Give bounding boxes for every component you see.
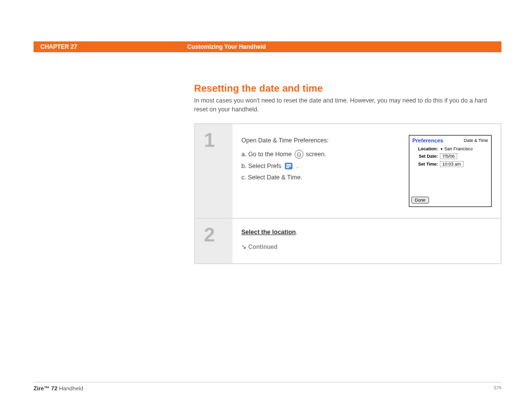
product-name-bold: Zire™ 72 bbox=[33, 385, 58, 391]
device-date-value[interactable]: 7/5/06 bbox=[440, 153, 457, 159]
steps-container: 1 Open Date & Time Preferences: a. Go to… bbox=[194, 123, 501, 264]
step-1b: b. Select Prefs . bbox=[241, 161, 400, 172]
device-pref-label: Preferences bbox=[412, 137, 443, 143]
step-1c: c. Select Date & Time. bbox=[241, 172, 400, 184]
page-footer: Zire™ 72 Handheld 575 bbox=[33, 382, 501, 391]
product-name-rest: Handheld bbox=[58, 385, 83, 391]
device-time-label: Set Time: bbox=[414, 162, 440, 167]
step-1b-prefix: b. Select Prefs bbox=[241, 163, 283, 170]
step-1-number: 1 bbox=[195, 124, 233, 218]
device-location-row: Location: San Francisco bbox=[411, 145, 489, 152]
step-1-instructions: Open Date & Time Preferences: a. Go to t… bbox=[241, 135, 400, 207]
device-location-dropdown[interactable]: San Francisco bbox=[440, 146, 472, 151]
device-time-value[interactable]: 10:03 am bbox=[440, 161, 464, 167]
chapter-title: Customizing Your Handheld bbox=[187, 43, 266, 50]
step-1b-suffix: . bbox=[297, 163, 298, 170]
device-screenshot: Preferences Date & Time Location: San Fr… bbox=[409, 135, 492, 207]
step-2-row: 2 Select the location. ↘Continued bbox=[195, 219, 500, 263]
device-location-label: Location: bbox=[414, 146, 440, 151]
device-category: Date & Time bbox=[464, 138, 488, 143]
step-1a: a. Go to the Home screen. bbox=[241, 149, 400, 161]
step-2-body: Select the location. ↘Continued bbox=[233, 219, 500, 263]
chapter-label: CHAPTER 27 bbox=[33, 43, 187, 50]
continued-arrow-icon: ↘ bbox=[241, 243, 246, 250]
select-location-link[interactable]: Select the location bbox=[241, 229, 296, 236]
device-location-value: San Francisco bbox=[444, 146, 473, 151]
step-2-number: 2 bbox=[195, 219, 233, 263]
page-number: 575 bbox=[494, 385, 501, 391]
step-1a-suffix: screen. bbox=[306, 151, 326, 158]
svg-rect-1 bbox=[286, 164, 291, 165]
step-1a-prefix: a. Go to the Home bbox=[241, 151, 294, 158]
continued-indicator: ↘Continued bbox=[241, 243, 492, 250]
step-1-lead: Open Date & Time Preferences: bbox=[241, 135, 400, 147]
svg-rect-2 bbox=[286, 166, 291, 167]
home-icon bbox=[295, 150, 303, 159]
device-titlebar: Preferences Date & Time bbox=[411, 137, 489, 145]
step-1-body: Open Date & Time Preferences: a. Go to t… bbox=[233, 124, 500, 218]
product-name: Zire™ 72 Handheld bbox=[33, 385, 83, 391]
device-date-label: Set Date: bbox=[414, 154, 440, 159]
continued-label: Continued bbox=[248, 243, 277, 250]
device-date-row: Set Date: 7/5/06 bbox=[411, 152, 489, 160]
device-time-row: Set Time: 10:03 am bbox=[411, 160, 489, 168]
chapter-header-bar: CHAPTER 27 Customizing Your Handheld bbox=[33, 41, 501, 52]
section-title: Resetting the date and time bbox=[194, 83, 323, 94]
section-description: In most cases you won't need to reset th… bbox=[194, 97, 501, 114]
svg-rect-3 bbox=[286, 167, 289, 168]
prefs-icon bbox=[284, 162, 294, 171]
step-1-row: 1 Open Date & Time Preferences: a. Go to… bbox=[195, 124, 500, 219]
device-done-button[interactable]: Done bbox=[411, 197, 429, 204]
step-2-period: . bbox=[296, 229, 297, 236]
